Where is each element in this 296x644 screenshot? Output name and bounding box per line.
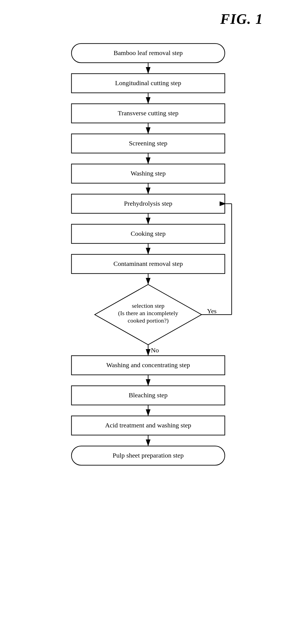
step-pulp-sheet-label: Pulp sheet preparation step [113, 452, 183, 459]
yes-label: Yes [207, 307, 217, 315]
no-label: No [151, 347, 159, 354]
figure-title: FIG. 1 [220, 11, 263, 27]
step-transverse-cutting-label: Transverse cutting step [118, 110, 179, 117]
page: FIG. 1 Bamboo leaf removal step Longitud… [0, 0, 296, 644]
step-longitudinal-cutting-label: Longitudinal cutting step [115, 79, 181, 87]
step-selection-label-line2: (Is there an incompletely [118, 310, 178, 317]
step-screening-label: Screening step [129, 140, 167, 147]
step-washing-concentrating-label: Washing and concentrating step [106, 361, 190, 369]
step-prehydrolysis-label: Prehydrolysis step [124, 200, 172, 207]
step-bleaching-label: Bleaching step [129, 392, 168, 399]
step-bamboo-leaf-removal-label: Bamboo leaf removal step [113, 49, 183, 56]
step-contaminant-removal-label: Contaminant removal step [113, 260, 183, 267]
step-selection-label-line1: selection step [132, 302, 164, 309]
step-cooking-label: Cooking step [131, 230, 165, 237]
step-acid-treatment-label: Acid treatment and washing step [105, 422, 191, 429]
step-selection-label-line3: cooked portion?) [128, 317, 169, 324]
step-washing-label: Washing step [130, 170, 165, 177]
flowchart-svg: Bamboo leaf removal step Longitudinal cu… [45, 38, 251, 644]
